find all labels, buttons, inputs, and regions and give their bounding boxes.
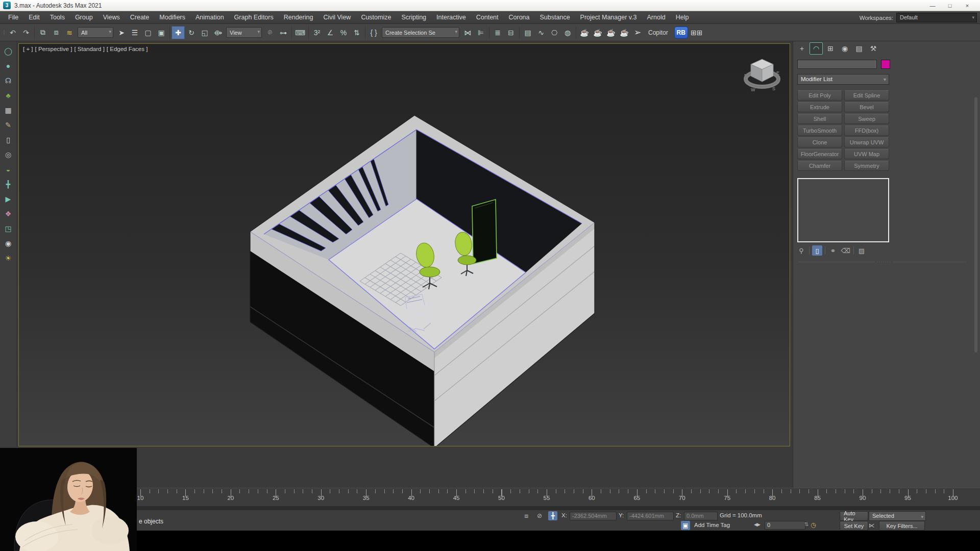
modifier-symmetry-button[interactable]: Symmetry xyxy=(844,161,889,171)
schematic-view-icon[interactable]: ⎔ xyxy=(548,26,561,39)
circle-tool-icon[interactable]: ◯ xyxy=(1,43,16,58)
room-walls[interactable] xyxy=(250,115,595,446)
remove-modifier-icon[interactable]: ⌫ xyxy=(841,245,851,256)
menu-customize[interactable]: Customize xyxy=(356,11,396,24)
rendered-frame-icon[interactable]: ☕ xyxy=(591,26,604,39)
auto-key-button[interactable]: Auto Key xyxy=(840,511,868,521)
key-mode-dropdown[interactable]: Selected xyxy=(869,511,926,521)
presentation-board[interactable] xyxy=(472,199,497,264)
selection-filter-dropdown[interactable]: All xyxy=(78,27,113,38)
menu-scripting[interactable]: Scripting xyxy=(396,11,431,24)
compass-south-label[interactable]: S xyxy=(772,86,775,91)
select-object-icon[interactable]: ➤ xyxy=(115,26,128,39)
select-manipulate-icon[interactable]: ⊶ xyxy=(277,26,290,39)
make-unique-icon[interactable]: ⚭ xyxy=(828,245,838,256)
named-selection-dropdown[interactable]: Create Selection Se xyxy=(382,27,459,38)
light-tool-icon[interactable]: ☀ xyxy=(1,251,16,265)
modifier-sweep-button[interactable]: Sweep xyxy=(844,114,889,124)
palette-icon[interactable]: ❖ xyxy=(1,206,16,221)
viewport-general-menu[interactable]: [ + ] xyxy=(23,46,33,52)
current-frame-field[interactable]: 0 xyxy=(765,521,805,530)
frame-spinner-icon[interactable]: ⇅ xyxy=(804,521,808,527)
time-configuration-icon[interactable]: ◷ xyxy=(811,521,816,529)
sphere-tool-icon[interactable]: ● xyxy=(1,58,16,73)
tab-hierarchy[interactable]: ⊞ xyxy=(824,42,837,55)
layer-explorer-icon[interactable]: ⊟ xyxy=(504,26,518,39)
viewcube[interactable]: N W S E xyxy=(743,55,781,94)
select-move-icon[interactable]: ✚ xyxy=(172,26,185,39)
viewport-pov-menu[interactable]: [ Perspective ] xyxy=(35,46,72,52)
tab-display[interactable]: ▤ xyxy=(852,42,866,55)
modifier-bevel-button[interactable]: Bevel xyxy=(844,102,889,112)
foliage-tool-icon[interactable]: ♣ xyxy=(1,88,16,103)
viewport-layout-icon[interactable]: ⊞⊞ xyxy=(690,26,703,39)
show-end-result-icon[interactable]: ▯ xyxy=(812,245,822,256)
select-scale-icon[interactable]: ◱ xyxy=(198,26,211,39)
magnet-snap-icon[interactable]: ☊ xyxy=(1,73,16,88)
menu-civil-view[interactable]: Civil View xyxy=(318,11,356,24)
modifier-list-dropdown[interactable]: Modifier List xyxy=(797,74,889,85)
modifier-unwrap-uvw-button[interactable]: Unwrap UVW xyxy=(844,137,889,147)
modifier-edit-poly-button[interactable]: Edit Poly xyxy=(797,90,842,101)
compass-west-label[interactable]: W xyxy=(751,87,755,92)
viewport-shading-menu[interactable]: [ Edged Faces ] xyxy=(107,46,148,52)
panel-scrollbar[interactable] xyxy=(974,97,977,353)
key-step-toggle-icon[interactable]: ◀▶ xyxy=(754,522,760,527)
menu-file[interactable]: File xyxy=(3,11,23,24)
rb-button[interactable]: RB xyxy=(674,27,688,39)
render-iterative-icon[interactable]: ☕ xyxy=(618,26,631,39)
table-grid-icon[interactable]: ▦ xyxy=(1,103,16,117)
set-key-mode-icon[interactable]: ⋉ xyxy=(869,522,875,529)
maximize-button[interactable]: □ xyxy=(941,0,959,11)
perspective-viewport[interactable]: [ + ] [ Perspective ] [ Standard ] [ Edg… xyxy=(18,43,790,446)
workspaces-dropdown[interactable]: Default xyxy=(896,13,977,22)
y-coord-field[interactable]: -4424.601mm xyxy=(627,512,674,520)
wheel-icon[interactable]: ◎ xyxy=(1,147,16,162)
render-setup-icon[interactable]: ☕ xyxy=(578,26,591,39)
bind-spacewarp-icon[interactable]: ≋ xyxy=(63,26,76,39)
add-time-tag-button[interactable]: Add Time Tag xyxy=(694,522,730,528)
menu-tools[interactable]: Tools xyxy=(45,11,70,24)
menu-create[interactable]: Create xyxy=(125,11,155,24)
menu-substance[interactable]: Substance xyxy=(535,11,575,24)
menu-arnold[interactable]: Arnold xyxy=(642,11,671,24)
modifier-uvw-map-button[interactable]: UVW Map xyxy=(844,149,889,159)
material-editor-icon[interactable]: ◍ xyxy=(561,26,574,39)
object-color-swatch[interactable] xyxy=(881,60,890,69)
modifier-stack-list[interactable] xyxy=(797,178,889,242)
compass-east-label[interactable]: E xyxy=(776,70,779,76)
play-tool-icon[interactable]: ▶ xyxy=(1,191,16,206)
box-tool-icon[interactable]: ◳ xyxy=(1,221,16,236)
tab-modify[interactable]: ◠ xyxy=(810,42,823,55)
menu-graph-editors[interactable]: Graph Editors xyxy=(229,11,279,24)
menu-views[interactable]: Views xyxy=(98,11,125,24)
menu-content[interactable]: Content xyxy=(471,11,504,24)
use-pivot-center-icon[interactable]: ⌾ xyxy=(263,26,277,39)
compass-north-label[interactable]: N xyxy=(744,73,748,78)
edit-named-selections-icon[interactable]: { } xyxy=(367,26,380,39)
pin-stack-icon[interactable]: ⚲ xyxy=(796,245,806,256)
paint-bucket-icon[interactable]: ◒ xyxy=(1,162,16,177)
menu-group[interactable]: Group xyxy=(70,11,98,24)
render-production-icon[interactable]: ☕ xyxy=(604,26,618,39)
configure-modifier-sets-icon[interactable]: ▨ xyxy=(856,245,867,256)
snaps-toggle-icon[interactable]: 3² xyxy=(310,26,324,39)
spinner-snap-icon[interactable]: ⇅ xyxy=(350,26,363,39)
curve-editor-icon[interactable]: ∿ xyxy=(534,26,548,39)
x-coord-field[interactable]: -2362.504mm xyxy=(570,512,617,520)
modifier-shell-button[interactable]: Shell xyxy=(797,114,842,124)
menu-interactive[interactable]: Interactive xyxy=(431,11,471,24)
selection-lock-icon[interactable]: ⊘ xyxy=(535,511,544,520)
eye-icon[interactable]: ◉ xyxy=(1,236,16,251)
z-coord-field[interactable]: 0.0mm xyxy=(684,512,718,520)
brush-tool-icon[interactable]: ✎ xyxy=(1,117,16,132)
object-name-field[interactable] xyxy=(797,60,877,69)
key-filters-button[interactable]: Key Filters... xyxy=(879,521,925,531)
modifier-ffd-box-button[interactable]: FFD(box) xyxy=(844,126,889,136)
ribbon-toggle-icon[interactable]: ▤ xyxy=(521,26,534,39)
set-key-button[interactable]: Set Key xyxy=(840,521,868,531)
menu-edit[interactable]: Edit xyxy=(23,11,45,24)
close-button[interactable]: × xyxy=(959,0,976,11)
move-axis-icon[interactable]: ╋ xyxy=(1,177,16,191)
timeline-ruler[interactable]: 101520253035404550556065707580859095100 xyxy=(0,488,980,506)
